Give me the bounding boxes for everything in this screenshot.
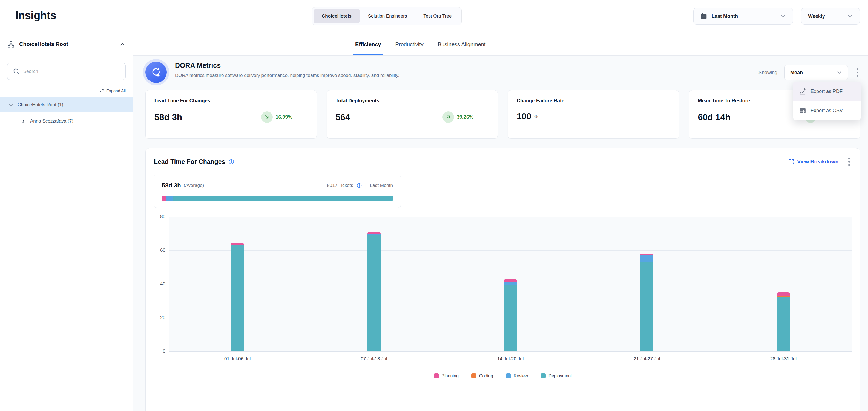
trend-badge: 39.26%: [442, 111, 473, 123]
stacked-bar[interactable]: [231, 217, 244, 351]
chart-legend: PlanningCodingReviewDeployment: [154, 373, 851, 378]
expand-all-button[interactable]: Expand All: [7, 88, 126, 93]
legend-swatch: [506, 373, 511, 378]
chart-card-title: Lead Time For Changes: [154, 158, 225, 166]
chart-summary-card: 58d 3h (Average) 8017 Tickets | Last Mon…: [154, 175, 401, 208]
org-tree: ChoiceHotels Root (1) Anna Scozzafava (7…: [0, 97, 133, 129]
y-axis-tick-label: 20: [160, 315, 165, 320]
bar-segment-deployment[interactable]: [640, 262, 653, 351]
legend-item-review[interactable]: Review: [506, 373, 528, 378]
stacked-bar[interactable]: [640, 217, 653, 351]
bar-segment-deployment[interactable]: [504, 285, 517, 351]
dora-cycle-icon: [146, 62, 167, 83]
section-tabs-row: Efficiency Productivity Business Alignme…: [133, 33, 868, 56]
summary-qualifier: (Average): [184, 183, 204, 188]
page-title: Insights: [16, 9, 56, 22]
bar-segment-deployment[interactable]: [368, 235, 381, 351]
org-sidebar: ChoiceHotels Root Expand All ChoiceHotel…: [0, 33, 133, 411]
legend-swatch: [434, 373, 439, 378]
stacked-bar[interactable]: [777, 217, 790, 351]
stacked-bar[interactable]: [504, 217, 517, 351]
dora-kebab-menu-button[interactable]: [855, 67, 860, 78]
chart-bars: [169, 217, 851, 351]
chevron-down-icon[interactable]: [8, 102, 14, 107]
tree-item-child[interactable]: Anna Scozzafava (7): [0, 114, 133, 129]
metric-card-change-failure-rate: Change Failure Rate 100 %: [508, 90, 679, 139]
info-icon[interactable]: [356, 183, 362, 188]
gridline: [169, 351, 851, 352]
aggregation-select[interactable]: Mean: [784, 65, 848, 80]
tree-item-label: ChoiceHotels Root (1): [18, 102, 63, 107]
y-axis-tick-label: 40: [160, 281, 165, 287]
summary-period: Last Month: [370, 183, 393, 188]
lead-time-chart: 020406080: [154, 217, 851, 351]
section-tabs: Efficiency Productivity Business Alignme…: [355, 33, 486, 55]
metric-card-unit: %: [533, 113, 538, 119]
y-axis-tick-label: 80: [160, 214, 165, 219]
x-axis-label: 28 Jul-31 Jul: [715, 356, 851, 362]
trend-value: 16.99%: [275, 114, 292, 120]
date-range-select[interactable]: Last Month: [693, 8, 793, 25]
legend-item-planning[interactable]: Planning: [434, 373, 459, 378]
dora-title: DORA Metrics: [175, 62, 400, 69]
tab-business-alignment[interactable]: Business Alignment: [438, 33, 486, 55]
metric-card-lead-time: Lead Time For Changes 58d 3h 16.99%: [146, 90, 317, 139]
tab-efficiency[interactable]: Efficiency: [355, 33, 381, 55]
chart-ylabels: 020406080: [154, 217, 169, 351]
org-hierarchy-icon: [7, 40, 15, 48]
chart-kebab-menu-button[interactable]: [847, 156, 851, 168]
granularity-value: Weekly: [808, 13, 825, 19]
legend-item-deployment[interactable]: Deployment: [540, 373, 572, 378]
dora-header-left: DORA Metrics DORA metrics measure softwa…: [146, 61, 400, 83]
view-breakdown-label: View Breakdown: [797, 159, 838, 165]
expand-all-label: Expand All: [106, 89, 126, 93]
bar-segment-review[interactable]: [504, 282, 517, 285]
bar-segment-planning[interactable]: [777, 292, 790, 296]
insights-page: Insights ChoiceHotels Solution Engineers…: [0, 0, 868, 411]
x-axis-label: 21 Jul-27 Jul: [579, 356, 715, 362]
sidebar-title: ChoiceHotels Root: [19, 41, 115, 47]
chevron-down-icon: [847, 13, 853, 19]
legend-label: Review: [514, 374, 528, 378]
chevron-right-icon[interactable]: [21, 118, 26, 124]
legend-swatch: [471, 373, 476, 378]
search-input[interactable]: [7, 63, 126, 80]
menu-item-export-pdf[interactable]: Export as PDF: [793, 82, 861, 101]
info-icon[interactable]: [228, 159, 235, 165]
metric-cards-row: Lead Time For Changes 58d 3h 16.99% Tota…: [146, 90, 860, 139]
summary-value: 58d 3h: [162, 182, 181, 189]
org-tab-choicehotels[interactable]: ChoiceHotels: [313, 9, 360, 23]
chevron-down-icon: [836, 69, 842, 75]
org-tab-test-org-tree[interactable]: Test Org Tree: [415, 9, 460, 23]
bar-segment-review[interactable]: [640, 255, 653, 262]
org-tab-solution-engineers[interactable]: Solution Engineers: [360, 9, 415, 23]
lead-time-chart-card: Lead Time For Changes View Breakdown: [146, 148, 860, 411]
granularity-select[interactable]: Weekly: [801, 8, 860, 25]
view-breakdown-button[interactable]: View Breakdown: [788, 159, 838, 165]
date-range-value: Last Month: [712, 13, 738, 19]
tree-item-root[interactable]: ChoiceHotels Root (1): [0, 97, 133, 112]
bar-segment-deployment[interactable]: [231, 245, 244, 351]
metric-card-total-deployments: Total Deployments 564 39.26%: [327, 90, 498, 139]
summary-tickets: 8017 Tickets: [327, 183, 353, 188]
bar-segment-planning[interactable]: [504, 279, 517, 282]
bar-segment-deployment[interactable]: [777, 297, 790, 351]
tree-item-label: Anna Scozzafava (7): [30, 118, 73, 124]
y-axis-tick-label: 0: [163, 349, 165, 354]
legend-label: Planning: [442, 374, 459, 378]
sidebar-collapse-button[interactable]: [119, 41, 126, 47]
dora-description: DORA metrics measure software delivery p…: [175, 73, 400, 78]
bar-segment-planning[interactable]: [368, 232, 381, 234]
menu-item-export-csv[interactable]: Export as CSV: [793, 101, 861, 120]
chart-plot: [169, 217, 851, 351]
separator: |: [365, 182, 367, 189]
dora-header-right: Showing Mean: [758, 65, 860, 80]
x-axis-label: 01 Jul-06 Jul: [169, 356, 306, 362]
metric-card-value: 60d 14h: [698, 112, 731, 122]
stacked-bar[interactable]: [368, 217, 381, 351]
metric-card-value: 564: [336, 112, 350, 122]
tab-productivity[interactable]: Productivity: [395, 33, 423, 55]
legend-item-coding[interactable]: Coding: [471, 373, 493, 378]
top-bar: Insights ChoiceHotels Solution Engineers…: [0, 0, 868, 33]
table-icon: [799, 107, 806, 114]
